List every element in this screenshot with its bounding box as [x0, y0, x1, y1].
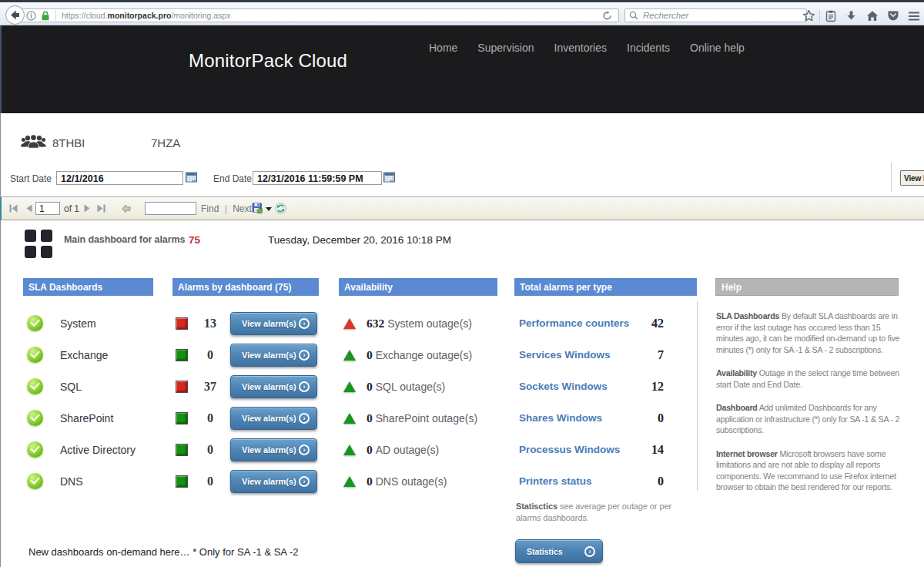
arrow-circle-icon: ›	[584, 546, 595, 557]
url-bar[interactable]: https://cloud.monitorpack.pro/monitoring…	[15, 8, 619, 22]
sla-row-exchange: Exchange	[23, 339, 154, 371]
outage-triangle-icon	[343, 476, 356, 487]
ok-check-icon	[27, 410, 43, 426]
export-dropdown-caret[interactable]	[266, 207, 272, 211]
start-date-input[interactable]: 12/1/2016	[56, 171, 183, 185]
main-nav: Home Supervision Inventories Incidents O…	[429, 42, 745, 54]
sla-label: SQL	[60, 381, 82, 393]
outage-count: 0	[367, 411, 373, 424]
refresh-button[interactable]	[275, 197, 286, 220]
availability-column: 632System outage(s) 0Exchange outage(s) …	[339, 307, 497, 497]
logo-tile	[41, 246, 52, 258]
sla-dashboards-column: System Exchange SQL SharePoint Active Di…	[23, 307, 154, 497]
logo-tile	[25, 246, 36, 258]
view-alarms-label: View alarm(s)	[242, 445, 296, 455]
view-alarms-button[interactable]: View alarm(s)›	[230, 344, 317, 367]
statistics-note: Statisctics see average per outage or pe…	[516, 501, 675, 524]
sla-row-active-directory: Active Directory	[23, 434, 154, 465]
outage-label: SharePoint outage(s)	[376, 412, 477, 424]
statistics-button[interactable]: Statistics›	[515, 539, 603, 563]
arrow-circle-icon: ›	[299, 413, 310, 424]
nav-incidents[interactable]: Incidents	[627, 42, 670, 54]
pocket-icon[interactable]	[882, 5, 903, 27]
dashboard-logo	[25, 230, 53, 259]
availability-row-ad: 0AD outage(s)	[339, 434, 497, 465]
bookmarks-list-icon[interactable]	[820, 5, 841, 27]
reload-button[interactable]	[602, 11, 612, 21]
availability-row-sharepoint: 0SharePoint outage(s)	[339, 402, 497, 434]
back-button[interactable]	[5, 5, 25, 25]
bookmark-star-icon[interactable]	[798, 5, 819, 27]
urlbar-separator	[55, 10, 56, 21]
next-link[interactable]: Next	[233, 203, 252, 214]
search-input[interactable]: Rechercher	[624, 8, 807, 22]
find-text-input[interactable]	[145, 202, 196, 215]
total-row-printers: Printers status0	[514, 465, 697, 497]
status-led	[176, 444, 188, 456]
alarm-type-label: Shares Windows	[519, 412, 602, 424]
header-total-alarms: Total alarms per type	[514, 278, 697, 296]
status-led	[176, 349, 188, 361]
view-alarms-button[interactable]: View alarm(s)›	[230, 375, 317, 398]
alarm-count: 13	[195, 317, 226, 330]
outage-text: 0DNS outage(s)	[367, 475, 447, 488]
first-page-button[interactable]	[9, 197, 18, 220]
view-alarms-button[interactable]: View alarm(s)›	[230, 407, 317, 430]
https-lock-icon[interactable]	[41, 11, 50, 21]
nav-inventories[interactable]: Inventories	[554, 42, 607, 54]
site-header: MonitorPack Cloud Home Supervision Inven…	[0, 25, 924, 113]
sla-row-sql: SQL	[23, 371, 154, 402]
sla-label: SharePoint	[60, 412, 113, 424]
account-key-2: 7HZA	[151, 136, 180, 149]
total-row-performance: Performance counters42	[514, 307, 697, 339]
back-arrow-icon	[9, 9, 21, 21]
alarm-row-sharepoint: 0 View alarm(s)›	[172, 402, 319, 434]
report-parameters: 8THBF 7HZA Start Date 12/1/2016 End Date…	[0, 113, 924, 196]
logo-tile	[25, 230, 36, 242]
last-page-button[interactable]	[97, 197, 105, 220]
page-number-input[interactable]: 1	[35, 202, 60, 215]
site-info-icon[interactable]	[26, 11, 36, 21]
help-term: SLA Dashboards	[716, 311, 779, 320]
nav-supervision[interactable]: Supervision	[477, 42, 534, 54]
view-alarms-button[interactable]: View alarm(s)›	[230, 438, 317, 461]
menu-hamburger-icon[interactable]	[903, 5, 924, 27]
previous-page-button[interactable]	[26, 197, 32, 220]
start-date-calendar-icon[interactable]	[186, 172, 197, 183]
view-alarms-button[interactable]: View alarm(s)›	[230, 470, 317, 493]
find-link[interactable]: Find	[201, 203, 219, 214]
total-row-shares: Shares Windows0	[514, 402, 697, 434]
outage-text: 0Exchange outage(s)	[367, 348, 472, 362]
alarm-type-count: 14	[633, 443, 664, 457]
downloads-icon[interactable]	[841, 5, 862, 27]
view-report-button[interactable]: View Report	[900, 170, 924, 186]
site-title: MonitorPack Cloud	[189, 50, 347, 72]
outage-text: 0SQL outage(s)	[367, 380, 445, 394]
availability-row-sql: 0SQL outage(s)	[339, 371, 497, 402]
home-icon[interactable]	[862, 5, 882, 27]
help-paragraph-browser: Internet browser Microsoft browsers have…	[716, 448, 901, 493]
total-row-processus: Processus Windows14	[514, 434, 697, 465]
next-page-button[interactable]	[84, 197, 90, 220]
export-button[interactable]	[252, 197, 264, 220]
end-date-calendar-icon[interactable]	[383, 172, 395, 183]
alarm-type-count: 42	[633, 317, 664, 330]
nav-online-help[interactable]: Online help	[690, 42, 745, 54]
view-alarms-button[interactable]: View alarm(s)›	[230, 312, 317, 335]
footer-note: New dashboards on-demand here… * Only fo…	[28, 546, 298, 558]
sla-label: DNS	[60, 475, 83, 488]
report-alarm-total: 75	[189, 234, 200, 246]
url-text[interactable]: https://cloud.monitorpack.pro/monitoring…	[62, 11, 230, 20]
end-date-input[interactable]: 12/31/2016 11:59:59 PM	[253, 171, 382, 185]
outage-triangle-icon	[343, 413, 356, 424]
alarm-type-label: Services Windows	[519, 349, 610, 361]
find-next-separator: |	[225, 203, 227, 214]
start-date-label: Start Date	[10, 173, 52, 184]
nav-home[interactable]: Home	[429, 42, 457, 54]
browser-toolbar: https://cloud.monitorpack.pro/monitoring…	[0, 2, 924, 25]
view-alarms-label: View alarm(s)	[242, 319, 296, 328]
outage-text: 632System outage(s)	[367, 317, 472, 330]
outage-text: 0AD outage(s)	[367, 443, 439, 457]
sla-label: System	[60, 317, 96, 330]
back-to-parent-button[interactable]	[122, 197, 131, 220]
